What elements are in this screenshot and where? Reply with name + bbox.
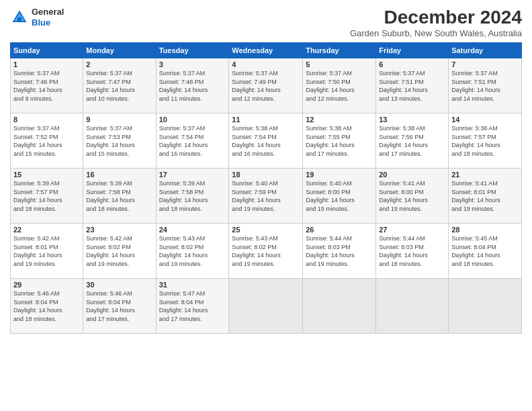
empty-cell	[449, 279, 522, 334]
empty-cell	[229, 279, 303, 334]
day-info: Sunrise: 5:39 AMSunset: 7:58 PMDaylight:…	[86, 179, 152, 213]
day-number: 18	[232, 171, 300, 179]
day-number: 26	[306, 226, 373, 234]
calendar-day-cell: 24Sunrise: 5:43 AMSunset: 8:02 PMDayligh…	[156, 224, 229, 279]
col-saturday: Saturday	[449, 43, 522, 58]
logo: General Blue	[10, 7, 64, 28]
day-number: 31	[159, 281, 226, 289]
day-info: Sunrise: 5:37 AMSunset: 7:51 PMDaylight:…	[451, 69, 519, 103]
day-info: Sunrise: 5:38 AMSunset: 7:54 PMDaylight:…	[232, 124, 300, 158]
day-number: 6	[379, 60, 445, 68]
day-info: Sunrise: 5:43 AMSunset: 8:02 PMDaylight:…	[232, 234, 300, 268]
month-title: December 2024	[350, 7, 522, 28]
calendar-day-cell: 16Sunrise: 5:39 AMSunset: 7:58 PMDayligh…	[83, 169, 156, 224]
header: General Blue December 2024 Garden Suburb…	[10, 7, 522, 38]
col-wednesday: Wednesday	[229, 43, 303, 58]
day-info: Sunrise: 5:40 AMSunset: 8:00 PMDaylight:…	[306, 179, 373, 213]
calendar-day-cell: 17Sunrise: 5:39 AMSunset: 7:58 PMDayligh…	[156, 169, 229, 224]
day-info: Sunrise: 5:38 AMSunset: 7:55 PMDaylight:…	[306, 124, 373, 158]
day-info: Sunrise: 5:37 AMSunset: 7:53 PMDaylight:…	[86, 124, 152, 158]
calendar-week-row: 15Sunrise: 5:39 AMSunset: 7:57 PMDayligh…	[11, 169, 522, 224]
day-info: Sunrise: 5:37 AMSunset: 7:51 PMDaylight:…	[379, 69, 445, 103]
day-info: Sunrise: 5:37 AMSunset: 7:48 PMDaylight:…	[159, 69, 226, 103]
day-number: 23	[86, 226, 152, 234]
calendar-day-cell: 19Sunrise: 5:40 AMSunset: 8:00 PMDayligh…	[303, 169, 376, 224]
day-number: 9	[86, 116, 152, 124]
calendar-day-cell: 2Sunrise: 5:37 AMSunset: 7:47 PMDaylight…	[83, 58, 156, 113]
calendar-day-cell: 22Sunrise: 5:42 AMSunset: 8:01 PMDayligh…	[11, 224, 83, 279]
day-info: Sunrise: 5:44 AMSunset: 8:03 PMDaylight:…	[306, 234, 373, 268]
day-number: 24	[159, 226, 226, 234]
empty-cell	[376, 279, 449, 334]
calendar-week-row: 22Sunrise: 5:42 AMSunset: 8:01 PMDayligh…	[11, 224, 522, 279]
calendar-day-cell: 9Sunrise: 5:37 AMSunset: 7:53 PMDaylight…	[83, 113, 156, 169]
day-number: 5	[306, 60, 373, 68]
day-info: Sunrise: 5:42 AMSunset: 8:02 PMDaylight:…	[86, 234, 152, 268]
empty-cell	[303, 279, 376, 334]
day-number: 29	[13, 281, 80, 289]
calendar-day-cell: 6Sunrise: 5:37 AMSunset: 7:51 PMDaylight…	[376, 58, 449, 113]
calendar-day-cell: 3Sunrise: 5:37 AMSunset: 7:48 PMDaylight…	[156, 58, 229, 113]
calendar-day-cell: 8Sunrise: 5:37 AMSunset: 7:52 PMDaylight…	[11, 113, 83, 169]
col-tuesday: Tuesday	[156, 43, 229, 58]
day-info: Sunrise: 5:47 AMSunset: 8:04 PMDaylight:…	[159, 289, 226, 323]
calendar-day-cell: 13Sunrise: 5:38 AMSunset: 7:56 PMDayligh…	[376, 113, 449, 169]
day-number: 27	[379, 226, 445, 234]
day-number: 3	[159, 60, 226, 68]
calendar-day-cell: 5Sunrise: 5:37 AMSunset: 7:50 PMDaylight…	[303, 58, 376, 113]
day-number: 30	[86, 281, 152, 289]
col-monday: Monday	[83, 43, 156, 58]
calendar-day-cell: 14Sunrise: 5:38 AMSunset: 7:57 PMDayligh…	[449, 113, 522, 169]
col-sunday: Sunday	[11, 43, 83, 58]
day-number: 21	[451, 171, 519, 179]
day-number: 7	[451, 60, 519, 68]
title-block: December 2024 Garden Suburb, New South W…	[350, 7, 522, 38]
day-info: Sunrise: 5:37 AMSunset: 7:49 PMDaylight:…	[232, 69, 300, 103]
calendar-header-row: Sunday Monday Tuesday Wednesday Thursday…	[11, 43, 522, 58]
day-info: Sunrise: 5:37 AMSunset: 7:52 PMDaylight:…	[13, 124, 80, 158]
day-number: 28	[451, 226, 519, 234]
day-number: 14	[451, 116, 519, 124]
page: General Blue December 2024 Garden Suburb…	[0, 0, 532, 411]
logo-icon	[10, 8, 29, 27]
day-number: 10	[159, 116, 226, 124]
day-info: Sunrise: 5:40 AMSunset: 7:59 PMDaylight:…	[232, 179, 300, 213]
day-info: Sunrise: 5:39 AMSunset: 7:57 PMDaylight:…	[13, 179, 80, 213]
calendar-day-cell: 10Sunrise: 5:37 AMSunset: 7:54 PMDayligh…	[156, 113, 229, 169]
day-number: 8	[13, 116, 80, 124]
svg-rect-2	[17, 17, 21, 22]
day-number: 1	[13, 60, 80, 68]
day-info: Sunrise: 5:42 AMSunset: 8:01 PMDaylight:…	[13, 234, 80, 268]
day-info: Sunrise: 5:46 AMSunset: 8:04 PMDaylight:…	[13, 289, 80, 323]
logo-text: General Blue	[32, 7, 64, 28]
calendar-day-cell: 27Sunrise: 5:44 AMSunset: 8:03 PMDayligh…	[376, 224, 449, 279]
day-info: Sunrise: 5:41 AMSunset: 8:01 PMDaylight:…	[451, 179, 519, 213]
day-number: 2	[86, 60, 152, 68]
day-number: 15	[13, 171, 80, 179]
col-thursday: Thursday	[303, 43, 376, 58]
day-info: Sunrise: 5:41 AMSunset: 8:00 PMDaylight:…	[379, 179, 445, 213]
calendar-day-cell: 31Sunrise: 5:47 AMSunset: 8:04 PMDayligh…	[156, 279, 229, 334]
day-info: Sunrise: 5:43 AMSunset: 8:02 PMDaylight:…	[159, 234, 226, 268]
calendar-day-cell: 20Sunrise: 5:41 AMSunset: 8:00 PMDayligh…	[376, 169, 449, 224]
day-info: Sunrise: 5:46 AMSunset: 8:04 PMDaylight:…	[86, 289, 152, 323]
day-number: 20	[379, 171, 445, 179]
calendar-day-cell: 30Sunrise: 5:46 AMSunset: 8:04 PMDayligh…	[83, 279, 156, 334]
calendar-day-cell: 25Sunrise: 5:43 AMSunset: 8:02 PMDayligh…	[229, 224, 303, 279]
col-friday: Friday	[376, 43, 449, 58]
logo-general: General	[32, 7, 64, 17]
calendar-day-cell: 18Sunrise: 5:40 AMSunset: 7:59 PMDayligh…	[229, 169, 303, 224]
calendar-week-row: 8Sunrise: 5:37 AMSunset: 7:52 PMDaylight…	[11, 113, 522, 169]
day-info: Sunrise: 5:38 AMSunset: 7:57 PMDaylight:…	[451, 124, 519, 158]
calendar-day-cell: 4Sunrise: 5:37 AMSunset: 7:49 PMDaylight…	[229, 58, 303, 113]
calendar-day-cell: 21Sunrise: 5:41 AMSunset: 8:01 PMDayligh…	[449, 169, 522, 224]
calendar-day-cell: 29Sunrise: 5:46 AMSunset: 8:04 PMDayligh…	[11, 279, 83, 334]
day-info: Sunrise: 5:37 AMSunset: 7:54 PMDaylight:…	[159, 124, 226, 158]
day-info: Sunrise: 5:37 AMSunset: 7:50 PMDaylight:…	[306, 69, 373, 103]
calendar-day-cell: 11Sunrise: 5:38 AMSunset: 7:54 PMDayligh…	[229, 113, 303, 169]
calendar-day-cell: 23Sunrise: 5:42 AMSunset: 8:02 PMDayligh…	[83, 224, 156, 279]
day-info: Sunrise: 5:38 AMSunset: 7:56 PMDaylight:…	[379, 124, 445, 158]
day-number: 19	[306, 171, 373, 179]
day-info: Sunrise: 5:39 AMSunset: 7:58 PMDaylight:…	[159, 179, 226, 213]
day-number: 17	[159, 171, 226, 179]
